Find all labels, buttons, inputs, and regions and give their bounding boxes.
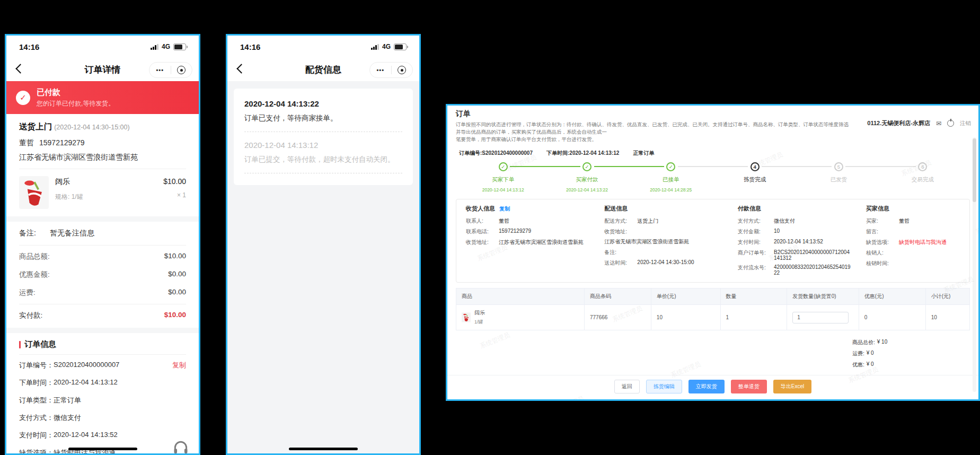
step-check-icon: ✓ (582, 162, 591, 171)
dispatch-info-col: 配送信息 配送方式:送货上门 收货地址:江苏省无锡市滨湖区雪浪街道雪新苑 备注:… (595, 205, 728, 276)
check-circle-icon: ✓ (16, 91, 30, 105)
miniprogram-capsule: ••• (369, 62, 413, 78)
exit-target-icon (177, 66, 186, 74)
status-title: 已付款 (37, 88, 114, 98)
item-quantity: 1 (721, 305, 788, 330)
table-row: 阔乐 1/罐 777666 10 1 0 10 (456, 305, 969, 330)
delivery-method: 送货上门 (2020-12-04 14:30-15:00) (19, 121, 186, 133)
more-button[interactable]: ••• (149, 63, 171, 77)
admin-footer-actions: 返回 拣货编辑 立即发货 整单退货 导出Excel (447, 375, 978, 399)
nav-bar: 订单详情 ••• (6, 58, 199, 81)
watermark-text: 系统管理员 (479, 330, 511, 351)
export-excel-button[interactable]: 导出Excel (773, 380, 811, 393)
page-title: 配货信息 (305, 64, 341, 76)
delivery-log-phone: 14:16 4G 配货信息 ••• 2020-12-04 14:13:22 订单… (226, 34, 421, 455)
home-indicator (289, 448, 358, 450)
amount-row: 优惠金额: $0.00 (6, 266, 199, 284)
status-bar: 14:16 4G (227, 36, 419, 58)
product-image (19, 176, 49, 209)
battery-icon (173, 43, 186, 50)
order-number: S2020120400000007 (54, 361, 119, 370)
receiver-address: 江苏省无锡市滨湖区雪浪街道雪新苑 (19, 153, 186, 162)
item-barcode: 777666 (585, 305, 651, 330)
amount-row: 运费: $0.00 (6, 284, 199, 302)
order-items-table: 商品 商品条码 单价(元) 数量 发货数量(缺货置0) 优惠(元) 小计(元) … (456, 288, 970, 330)
item-spec: 1/罐 (474, 319, 485, 326)
payment-info-col: 付款信息 支付方式:微信支付 支付金额:10 支付时间:2020-12-04 1… (728, 205, 857, 276)
step-completed: 6 交易完成 (881, 161, 965, 192)
admin-header: 订单 订单按照不同的状态进行管理，订单状态分别为：待付款、待确认、待发货、优品直… (447, 106, 978, 145)
more-icon: ••• (156, 67, 164, 73)
pick-edit-button[interactable]: 拣货编辑 (646, 380, 682, 393)
signal-icon (371, 44, 379, 50)
order-info-row: 订单编号： S2020120400000007 复制 (6, 356, 199, 374)
more-icon: ••• (376, 67, 384, 73)
amount-row-paid: 实付款: $10.00 (6, 307, 199, 325)
amount-row: 商品总额: $10.00 (6, 248, 199, 266)
product-quantity: × 1 (163, 191, 186, 199)
receiver-phone: 15972129279 (39, 138, 85, 148)
logout-link[interactable]: 注销 (960, 120, 971, 127)
note-label: 备注: (19, 229, 36, 238)
mail-icon[interactable]: ✉ (936, 120, 941, 127)
exit-button[interactable] (171, 63, 192, 77)
log-text: 订单已提交，等待付款，超时未支付自动关闭。 (244, 155, 402, 164)
more-button[interactable]: ••• (370, 63, 391, 77)
back-icon[interactable] (15, 64, 25, 73)
product-row[interactable]: 阔乐 规格: 1/罐 $10.00 × 1 (19, 169, 186, 216)
item-subtotal: 10 (926, 305, 969, 330)
item-discount: 0 (859, 305, 926, 330)
order-meta: 订单编号:S2020120400000007 下单时间:2020-12-04 1… (447, 145, 978, 157)
refund-order-button[interactable]: 整单退货 (731, 380, 767, 393)
back-icon[interactable] (236, 64, 246, 73)
account-area: 0112.无锡便利店-永辉店 ✉ 注销 (867, 119, 971, 127)
item-name: 阔乐 (474, 309, 485, 317)
order-info-row: 支付方式： 微信支付 (6, 409, 199, 426)
network-label: 4G (382, 43, 391, 50)
scrollbar-track[interactable] (973, 137, 976, 392)
network-label: 4G (162, 43, 170, 50)
delivery-window: (2020-12-04 14:30-15:00) (54, 124, 129, 131)
note-value: 暂无备注信息 (50, 229, 94, 238)
log-text: 订单已支付，等待商家接单。 (244, 113, 402, 123)
order-info-row: 订单类型： 正常订单 (6, 391, 199, 409)
customer-service-button[interactable] (170, 437, 191, 455)
order-info-card: 收货人信息 复制 联系人:董哲 联系电话:15972129279 收货地址:江苏… (456, 199, 970, 283)
ship-quantity-input[interactable] (792, 312, 848, 323)
home-indicator (68, 448, 137, 450)
admin-order-panel: 系统管理员系统管理员系统管理员系统管理员系统管理员系统管理员系统管理员系统管理员… (446, 104, 980, 401)
order-info-title: 订单信息 (6, 333, 199, 354)
receiver-name: 董哲 (19, 138, 34, 148)
order-progress-stepper: ✓ 买家下单 2020-12-04 14:13:12 ✓ 买家付款 2020-1… (447, 157, 978, 192)
clock: 14:16 (19, 42, 39, 51)
order-type: 正常订单 (633, 150, 654, 157)
order-time: 下单时间:2020-12-04 14:13:12 (546, 150, 619, 157)
item-unit-price: 10 (651, 305, 721, 330)
scrollbar-thumb[interactable] (973, 138, 976, 202)
log-time: 2020-12-04 14:13:22 (244, 99, 402, 108)
log-time: 2020-12-04 14:13:12 (244, 141, 402, 150)
product-price: $10.00 (163, 177, 186, 186)
receiver-info-col: 收货人信息 复制 联系人:董哲 联系电话:15972129279 收货地址:江苏… (456, 205, 595, 276)
exit-button[interactable] (392, 63, 413, 77)
back-button[interactable]: 返回 (614, 380, 640, 393)
admin-description: 订单按照不同的状态进行管理，订单状态分别为：待付款、待确认、待发货、优品直发、已… (456, 121, 851, 143)
paid-status-banner: ✓ 已付款 您的订单已付款,等待发货。 (6, 81, 199, 114)
stockout-option-value: 缺货时电话与我沟通 (899, 239, 947, 246)
signal-icon (151, 44, 158, 50)
battery-icon (394, 43, 407, 50)
ship-now-button[interactable]: 立即发货 (688, 380, 725, 393)
status-subtitle: 您的订单已付款,等待发货。 (37, 99, 114, 108)
step-check-icon: ✓ (666, 162, 675, 171)
page-title: 订单详情 (85, 64, 121, 76)
log-entry: 2020-12-04 14:13:12 订单已提交，等待付款，超时未支付自动关闭… (244, 141, 402, 164)
status-bar: 14:16 4G (6, 36, 199, 58)
power-icon[interactable] (947, 120, 954, 127)
exit-target-icon (398, 66, 406, 74)
order-detail-phone: 14:16 4G 订单详情 ••• ✓ 已付款 您的订单已付款,等待发货。 (5, 34, 200, 455)
copy-button[interactable]: 复制 (172, 361, 186, 370)
step-check-icon: ✓ (499, 162, 508, 171)
copy-button[interactable]: 复制 (499, 205, 510, 213)
screen-canvas: 14:16 4G 订单详情 ••• ✓ 已付款 您的订单已付款,等待发货。 (0, 0, 980, 455)
miniprogram-capsule: ••• (149, 62, 192, 78)
